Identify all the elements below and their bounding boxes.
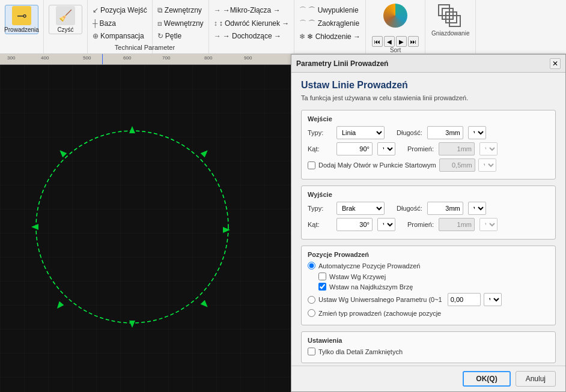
dochodzace-button[interactable]: →→ Dochodzące → [211, 30, 292, 42]
radio-auto-row: Automatyczne Pozycje Prowadzeń [308, 262, 549, 270]
gniazdowanie-label: Gniazdowanie [431, 30, 469, 37]
cancel-button[interactable]: Anuluj [516, 371, 556, 387]
wyjscie-dlugosc-unit-select[interactable]: ▼ [468, 202, 486, 215]
ruler-tick-400: 400 [41, 55, 49, 61]
wejscie-kat-input[interactable] [336, 142, 373, 155]
chlodzenie-icon: ❄ [299, 32, 305, 41]
wstaw-najdluzszym-label[interactable]: Wstaw na Najdłuższym Brzę [329, 283, 413, 291]
ruler-tick-700: 700 [162, 55, 170, 61]
czyscie-icon: 🧹 [56, 6, 75, 25]
ruler-tick-600: 600 [123, 55, 131, 61]
ruler-top: 300 400 500 600 700 800 900 [0, 54, 291, 65]
wejscie-promien-unit-select[interactable]: ▼ [479, 142, 498, 155]
nav-next-button[interactable]: ▶ [396, 36, 407, 47]
radio-zmien-row: Zmień typ prowadzeń (zachowuje pozycje [308, 309, 549, 317]
wstaw-krzywej-label[interactable]: Wstaw Wg Krzywej [329, 273, 386, 280]
wyjscie-kat-unit-select[interactable]: ▼ [377, 218, 395, 231]
radio-zmien-label[interactable]: Zmień typ prowadzeń (zachowuje pozycje [318, 310, 441, 317]
zewnetrzny-button[interactable]: ⧉Zewnętrzny [155, 4, 206, 16]
petle-button[interactable]: ↻Pętle [155, 30, 206, 42]
nav-prev-button[interactable]: ◀ [384, 36, 395, 47]
dialog-footer: OK(Q) Anuluj [291, 366, 565, 391]
toolbar: ⊸ Prowadzenia 🧹 Czyść ↙Pozycja Wejść ┼Ba… [0, 0, 566, 54]
wewnetrzny-button[interactable]: ⧈Wewnętrzny [155, 17, 206, 29]
tylko-checkbox[interactable] [308, 348, 315, 355]
wyjscie-promien-unit-select[interactable]: ▼ [479, 218, 498, 231]
nav-arrows: ⏮ ◀ ▶ ⏭ [372, 36, 419, 47]
wejscie-typy-row: Typy: Linia Długość: ▼ [308, 126, 549, 139]
wejscie-promien-input[interactable] [439, 142, 475, 155]
radio-auto-label[interactable]: Automatyczne Pozycje Prowadzeń [318, 262, 420, 270]
wstaw-krzywej-checkbox[interactable] [318, 273, 326, 280]
wejscie-kat-unit-select[interactable]: ▼ [377, 142, 395, 155]
wejscie-typy-label: Typy: [308, 129, 332, 136]
dialog-title: Parametry Linii Prowadzeń [296, 59, 388, 68]
ok-button[interactable]: OK(Q) [463, 371, 510, 387]
dialog-body: Ustaw Linie Prowadzeń Ta funkcja jest uż… [291, 73, 565, 366]
pozycja-wejsc-button[interactable]: ↙Pozycja Wejść [90, 4, 150, 16]
czyscie-button[interactable]: 🧹 Czyść [49, 5, 82, 34]
wyjscie-typy-select[interactable]: Brak [336, 202, 385, 215]
wstaw-najdluzszym-checkbox[interactable] [318, 283, 326, 291]
uwypuklenie-button[interactable]: ⌒⌒ Uwypuklenie [297, 4, 363, 16]
svg-rect-0 [439, 5, 449, 16]
ustaw-wg-unit-select[interactable]: ▼ [484, 293, 502, 306]
odwroc-kierunek-button[interactable]: ↕↕ Odwróć Kierunek → [211, 17, 292, 29]
zewnetrzny-icon: ⧉ [157, 6, 163, 14]
svg-rect-1 [442, 8, 453, 19]
wyjscie-promien-label: Promień: [407, 221, 434, 228]
czyscie-label: Czyść [57, 26, 73, 33]
grid-canvas[interactable] [0, 65, 291, 392]
pozycja-wejsc-icon: ↙ [93, 6, 99, 14]
wyjscie-kat-input[interactable] [336, 218, 373, 231]
zaokraglenie-icon: ⌒ [299, 19, 306, 29]
kompansacja-icon: ⊕ [93, 32, 99, 40]
kompansacja-button[interactable]: ⊕Kompansacja [90, 30, 150, 42]
baza-icon: ┼ [93, 19, 98, 28]
promien-prowa-unit-select[interactable]: ▼ [478, 158, 496, 172]
ustaw-wg-value-input[interactable] [448, 293, 481, 306]
dialog-close-button[interactable]: ✕ [550, 58, 561, 69]
petle-icon: ↻ [157, 32, 163, 40]
zaokraglenie-button[interactable]: ⌒⌒ Zaokrąglenie [297, 17, 363, 29]
gniazdowanie-icon[interactable] [437, 4, 464, 30]
gniazdowanie-group: Gniazdowanie [425, 0, 476, 53]
wyjscie-promien-input[interactable] [439, 218, 475, 231]
nav-next-next-button[interactable]: ⏭ [408, 36, 419, 47]
nav-prev-prev-button[interactable]: ⏮ [372, 36, 383, 47]
prowadzenia-label: Prowadzenia [4, 26, 39, 33]
dialog-titlebar: Parametry Linii Prowadzeń ✕ [291, 55, 565, 73]
dodaj-otw-checkbox[interactable] [308, 161, 315, 169]
wejscie-dlugosc-unit-select[interactable]: ▼ [468, 126, 486, 139]
sort-icon[interactable] [383, 4, 407, 28]
dialog: Parametry Linii Prowadzeń ✕ Ustaw Linie … [291, 54, 566, 392]
svg-rect-3 [449, 16, 460, 26]
ruler-tick-300: 300 [7, 55, 15, 61]
wejscie-dlugosc-label: Długość: [397, 129, 422, 136]
wejscie-kat-label: Kąt: [308, 145, 332, 152]
radio-ustaw-label[interactable]: Ustaw Wg Uniwersalnego Parametru (0~1 [318, 296, 442, 303]
dialog-heading: Ustaw Linie Prowadzeń [301, 80, 556, 91]
dochodzace-icon: → [214, 32, 221, 40]
sort-group: ⏮ ◀ ▶ ⏭ Sort [366, 0, 425, 53]
wejscie-typy-select[interactable]: Linia [336, 126, 385, 139]
prowadzenia-button[interactable]: ⊸ Prowadzenia [5, 5, 38, 34]
radio-ustaw[interactable] [308, 296, 315, 304]
promien-prowa-input[interactable] [439, 158, 475, 172]
radio-zmien[interactable] [308, 309, 315, 317]
uwypuklenie-icon: ⌒ [299, 5, 306, 16]
sort-label: Sort [390, 47, 401, 53]
wewnetrzny-icon: ⧈ [157, 19, 162, 28]
baza-button[interactable]: ┼Baza [90, 17, 150, 29]
chlodzenie-button[interactable]: ❄❄ Chłodzenie → [297, 31, 363, 42]
wejscie-dlugosc-input[interactable] [427, 126, 463, 139]
radio-auto[interactable] [308, 262, 315, 270]
tylko-label[interactable]: Tylko dla Detali Zamkniętych [318, 348, 403, 355]
wyjscie-dlugosc-input[interactable] [427, 202, 463, 215]
dodaj-otw-label[interactable]: Dodaj Mały Otwór w Punkcie Startowym [318, 161, 436, 169]
mikro-zlacza-button[interactable]: →→Mikro-Złącza → [211, 4, 292, 16]
wyjscie-typy-label: Typy: [308, 205, 332, 212]
ruler-tick-900: 900 [244, 55, 252, 61]
odwroc-icon: ↕ [214, 19, 218, 28]
wstaw-najdluzszym-row: Wstaw na Najdłuższym Brzę [318, 283, 549, 291]
